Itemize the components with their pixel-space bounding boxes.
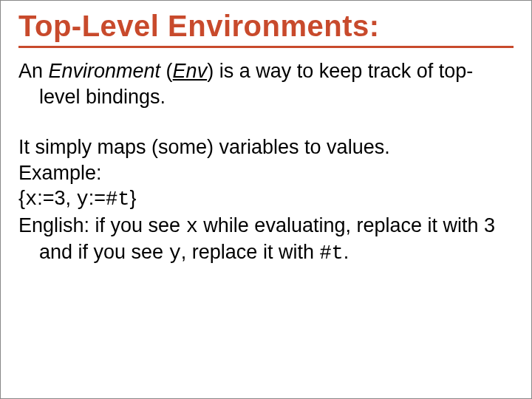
- inline-true: #t: [319, 242, 343, 265]
- line-maps: It simply maps (some) variables to value…: [18, 134, 514, 160]
- paragraph-definition: An Environment (Env) is a way to keep tr…: [18, 58, 514, 109]
- text-an: An: [18, 60, 49, 82]
- text-assign-3: :=3,: [37, 187, 76, 209]
- line-example-label: Example:: [18, 160, 514, 186]
- text-env: Env: [173, 60, 208, 82]
- text-period: .: [344, 241, 349, 263]
- line-binding-set: {x:=3, y:=#t}: [18, 185, 514, 213]
- inline-y: y: [169, 242, 181, 265]
- definition-line: An Environment (Env) is a way to keep tr…: [18, 58, 514, 109]
- var-x: x: [25, 188, 37, 211]
- brace-close: }: [129, 187, 136, 209]
- paragraph-example: It simply maps (some) variables to value…: [18, 134, 514, 267]
- slide-title: Top-Level Environments:: [18, 10, 514, 48]
- text-english-start: English: if you see: [18, 214, 186, 236]
- text-environment: Environment: [49, 60, 161, 82]
- text-replace-with: , replace it with: [181, 241, 320, 263]
- inline-x: x: [186, 216, 198, 238]
- slide-content: An Environment (Env) is a way to keep tr…: [18, 58, 514, 267]
- slide-container: Top-Level Environments: An Environment (…: [0, 0, 532, 399]
- var-y: y: [77, 188, 89, 211]
- brace-open: {: [18, 187, 25, 209]
- text-assign: :=: [89, 187, 106, 209]
- text-open-paren: (: [160, 60, 173, 82]
- val-true: #t: [106, 188, 129, 211]
- line-english: English: if you see x while evaluating, …: [18, 213, 514, 267]
